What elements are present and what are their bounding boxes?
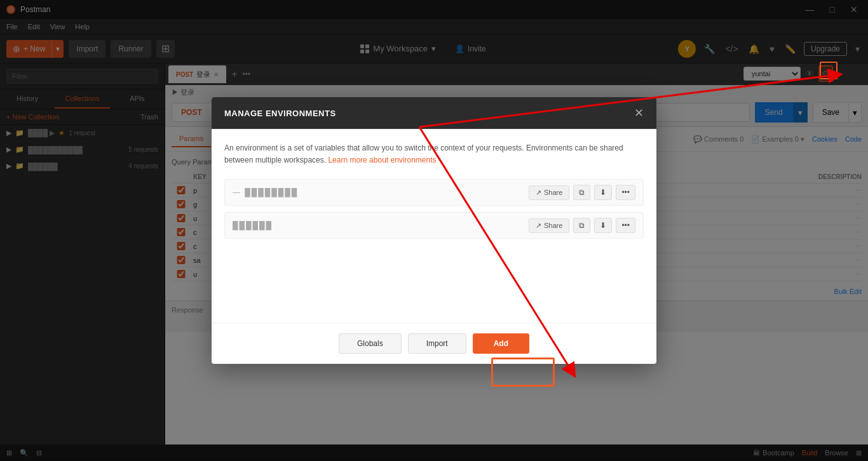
copy-button-2[interactable]: ⧉: [573, 218, 590, 233]
modal-overlay[interactable]: MANAGE ENVIRONMENTS ✕ An environment is …: [0, 0, 868, 461]
modal-description: An environment is a set of variables tha…: [224, 142, 644, 166]
share-button-2[interactable]: ↗ Share: [529, 218, 569, 233]
share-icon-1: ↗: [536, 189, 541, 197]
env-actions-1: ↗ Share ⧉ ⬇ •••: [529, 185, 635, 200]
learn-more-link[interactable]: Learn more about environments: [328, 156, 436, 164]
env-name-2: ██████: [233, 221, 529, 230]
env-row-2: ██████ ↗ Share ⧉ ⬇ •••: [224, 212, 644, 239]
modal-footer: Globals Import Add: [212, 323, 656, 364]
download-button-2[interactable]: ⬇: [594, 218, 612, 233]
share-button-1[interactable]: ↗ Share: [529, 185, 569, 200]
add-button[interactable]: Add: [473, 333, 529, 354]
more-button-2[interactable]: •••: [616, 218, 635, 233]
env-actions-2: ↗ Share ⧉ ⬇ •••: [529, 218, 635, 233]
more-button-1[interactable]: •••: [616, 185, 635, 200]
download-button-1[interactable]: ⬇: [594, 185, 612, 200]
share-label-2: Share: [544, 222, 562, 229]
copy-button-1[interactable]: ⧉: [573, 185, 590, 200]
manage-environments-modal: MANAGE ENVIRONMENTS ✕ An environment is …: [212, 97, 656, 364]
import-button-modal[interactable]: Import: [408, 333, 466, 354]
globals-button[interactable]: Globals: [339, 333, 402, 354]
env-name-1: — ████████: [233, 188, 529, 197]
share-icon-2: ↗: [536, 222, 541, 230]
share-label-1: Share: [544, 189, 562, 196]
env-row-1: — ████████ ↗ Share ⧉ ⬇ •••: [224, 179, 644, 206]
modal-header: MANAGE ENVIRONMENTS ✕: [212, 97, 656, 130]
modal-body: An environment is a set of variables tha…: [212, 130, 656, 323]
modal-close-button[interactable]: ✕: [634, 107, 644, 119]
modal-title: MANAGE ENVIRONMENTS: [224, 109, 336, 118]
environment-list: — ████████ ↗ Share ⧉ ⬇ •••: [224, 179, 644, 239]
